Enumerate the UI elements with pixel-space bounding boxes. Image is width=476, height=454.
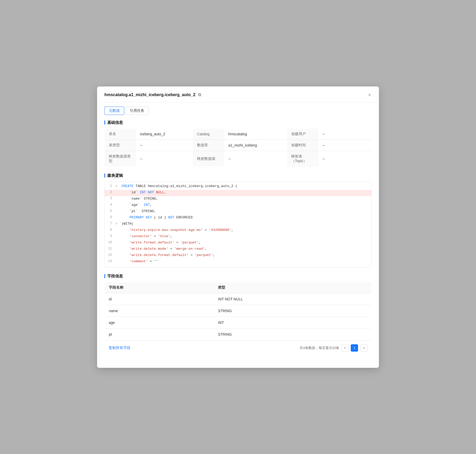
- fields-section: 字段信息 字段名称 类型 id INT NOT NULL name STRIN: [104, 274, 372, 355]
- line-content-11: 'write.delete.mode' = 'merge-on-read',: [119, 246, 371, 253]
- code-line-5: 5 `pt` STRING,: [105, 209, 371, 215]
- code-line-8: 8 'history.expire.max-snapshot-age-ms' =…: [105, 228, 371, 234]
- line-num-13: 13: [105, 259, 115, 265]
- line-content-7: )WITH(: [119, 221, 371, 228]
- label-tablename: 表名: [105, 128, 136, 139]
- line-content-1: CREATE TABLE hmscatalog.a1_mizhi_iceberg…: [119, 184, 371, 190]
- col-header-name: 字段名称: [105, 282, 214, 293]
- label-mapsourcetype: 映射数据源类型: [105, 151, 136, 167]
- line-toggle-8: [115, 228, 119, 234]
- line-num-1: 1: [105, 184, 115, 190]
- line-content-2: `id` INT NOT NULL,: [119, 190, 371, 196]
- line-content-8: 'history.expire.max-snapshot-age-ms' = '…: [119, 228, 371, 234]
- label-createtime: 创建时间: [287, 139, 318, 151]
- tab-reference[interactable]: 引用任务: [125, 107, 149, 115]
- pagination-next[interactable]: >: [360, 344, 367, 352]
- modal-body: 元数据 引用任务 基础信息 表名 iceberg_auto_2 Catalog …: [97, 102, 379, 368]
- line-toggle-12: [115, 253, 119, 259]
- line-toggle-3: [115, 196, 119, 202]
- field-type-name: STRING: [214, 305, 371, 317]
- line-num-12: 12: [105, 253, 115, 259]
- line-content-3: `name` STRING,: [119, 196, 371, 202]
- line-num-4: 4: [105, 202, 115, 209]
- line-toggle-10: [115, 240, 119, 246]
- field-name-id: id: [105, 293, 214, 305]
- code-line-3: 3 `name` STRING,: [105, 196, 371, 202]
- line-num-3: 3: [105, 196, 115, 202]
- code-line-4: 4 `age` INT,: [105, 202, 371, 209]
- basic-info-title: 基础信息: [104, 120, 372, 125]
- copy-title-icon[interactable]: ⧉: [198, 92, 201, 97]
- line-toggle-9: [115, 234, 119, 240]
- value-mapsource: --: [224, 151, 287, 167]
- info-row-3: 映射数据源类型 -- 映射数据源 -- 映射表（Topic） --: [105, 151, 372, 167]
- code-line-12: 12 'write.delete.format.default' = 'parq…: [105, 253, 371, 259]
- line-content-13: 'comment' = '': [119, 259, 371, 265]
- line-num-5: 5: [105, 209, 115, 215]
- line-toggle-2: [115, 190, 119, 196]
- line-content-4: `age` INT,: [119, 202, 371, 209]
- line-toggle-5: [115, 209, 119, 215]
- code-line-1: 1 ∨ CREATE TABLE hmscatalog.a1_mizhi_ice…: [105, 184, 371, 190]
- line-content-9: 'connector' = 'hive',: [119, 234, 371, 240]
- ddl-code-block: 1 ∨ CREATE TABLE hmscatalog.a1_mizhi_ice…: [104, 181, 372, 267]
- code-line-10: 10 'write.format.default' = 'parquet',: [105, 240, 371, 246]
- modal-header: hmscatalog.a1_mizhi_iceberg.iceberg_auto…: [97, 86, 379, 102]
- pagination-page-1[interactable]: 1: [351, 344, 358, 352]
- value-catalog: hmscatalog: [224, 128, 287, 139]
- field-name-age: age: [105, 317, 214, 328]
- line-num-6: 6: [105, 215, 115, 221]
- fields-title: 字段信息: [104, 274, 372, 279]
- field-name-name: name: [105, 305, 214, 317]
- line-num-2: 2: [105, 190, 115, 196]
- pagination: 共4条数据，每页显示10条 < 1 >: [300, 344, 367, 352]
- code-lines-container: 1 ∨ CREATE TABLE hmscatalog.a1_mizhi_ice…: [105, 182, 371, 267]
- line-toggle-1[interactable]: ∨: [115, 184, 119, 190]
- field-type-age: INT: [214, 317, 371, 328]
- label-creator: 创建用户: [287, 128, 318, 139]
- label-mapsource: 映射数据源: [193, 151, 224, 167]
- value-tabletype: --: [136, 139, 193, 151]
- line-toggle-13: [115, 259, 119, 265]
- line-toggle-6: [115, 215, 119, 221]
- col-header-type: 类型: [214, 282, 371, 293]
- line-num-10: 10: [105, 240, 115, 246]
- tab-bar: 元数据 引用任务: [104, 102, 372, 115]
- value-mapsourcetype: --: [136, 151, 193, 167]
- copy-fields-button[interactable]: 复制所有字段: [109, 346, 130, 350]
- tab-metadata[interactable]: 元数据: [104, 107, 124, 115]
- code-line-6: 6 PRIMARY KEY ( id ) NOT ENFORCED: [105, 215, 371, 221]
- ddl-title: 建表逻辑: [104, 173, 372, 178]
- code-line-7: 7 ∨ )WITH(: [105, 221, 371, 228]
- line-content-6: PRIMARY KEY ( id ) NOT ENFORCED: [119, 215, 371, 221]
- field-row-id: id INT NOT NULL: [105, 293, 372, 305]
- field-row-age: age INT: [105, 317, 372, 328]
- field-row-pt: pt STRING: [105, 328, 372, 340]
- ddl-section: 建表逻辑 1 ∨ CREATE TABLE hmscatalog.a1_mizh…: [104, 173, 372, 267]
- line-toggle-4: [115, 202, 119, 209]
- code-line-9: 9 'connector' = 'hive',: [105, 234, 371, 240]
- value-tablename: iceberg_auto_2: [136, 128, 193, 139]
- pagination-prev[interactable]: <: [341, 344, 349, 352]
- fields-table: 字段名称 类型 id INT NOT NULL name STRING age: [104, 282, 372, 340]
- fields-header-row: 字段名称 类型: [105, 282, 372, 293]
- code-line-2: 2 `id` INT NOT NULL,: [105, 190, 371, 196]
- basic-info-table: 表名 iceberg_auto_2 Catalog hmscatalog 创建用…: [104, 128, 372, 167]
- label-maptopic: 映射表（Topic）: [287, 151, 318, 167]
- label-database: 数据库: [193, 139, 224, 151]
- value-createtime: --: [318, 139, 372, 151]
- basic-info-section: 基础信息 表名 iceberg_auto_2 Catalog hmscatalo…: [104, 120, 372, 167]
- close-button[interactable]: ×: [367, 92, 372, 98]
- line-toggle-11: [115, 246, 119, 253]
- line-num-7: 7: [105, 221, 115, 228]
- value-maptopic: --: [318, 151, 372, 167]
- modal-title-text: hmscatalog.a1_mizhi_iceberg.iceberg_auto…: [104, 92, 195, 97]
- modal-container: hmscatalog.a1_mizhi_iceberg.iceberg_auto…: [97, 86, 379, 368]
- modal-title-group: hmscatalog.a1_mizhi_iceberg.iceberg_auto…: [104, 92, 201, 97]
- field-row-name: name STRING: [105, 305, 372, 317]
- line-toggle-7[interactable]: ∨: [115, 221, 119, 228]
- value-creator: --: [318, 128, 372, 139]
- pagination-total: 共4条数据，每页显示10条: [300, 346, 339, 350]
- label-tabletype: 表类型: [105, 139, 136, 151]
- line-content-5: `pt` STRING,: [119, 209, 371, 215]
